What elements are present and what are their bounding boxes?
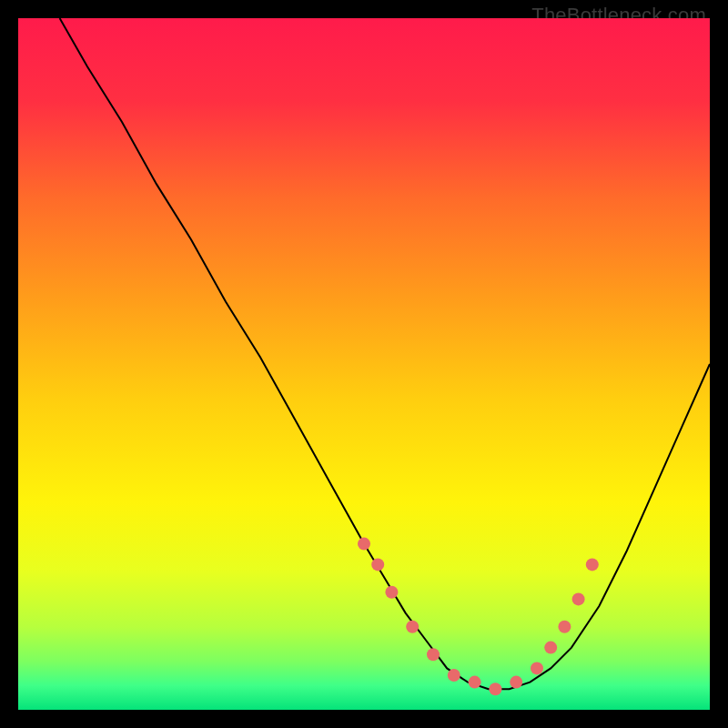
highlight-dot xyxy=(427,648,440,661)
plot-area xyxy=(18,18,710,710)
chart-frame: TheBottleneck.com xyxy=(0,0,728,728)
highlight-dot xyxy=(586,558,599,571)
highlight-dots xyxy=(358,538,599,696)
highlight-dot xyxy=(371,558,384,571)
highlight-dot xyxy=(385,586,398,599)
highlight-dot xyxy=(469,676,481,689)
highlight-dot xyxy=(544,642,557,654)
highlight-dot xyxy=(358,538,370,551)
highlight-dot xyxy=(510,676,522,689)
highlight-dot xyxy=(448,669,460,682)
highlight-dot xyxy=(406,621,419,633)
highlight-dot xyxy=(531,662,543,674)
highlight-dot xyxy=(572,592,585,605)
curve-layer xyxy=(18,18,710,710)
bottleneck-curve xyxy=(60,18,710,689)
highlight-dot xyxy=(489,682,501,695)
highlight-dot xyxy=(558,621,571,633)
